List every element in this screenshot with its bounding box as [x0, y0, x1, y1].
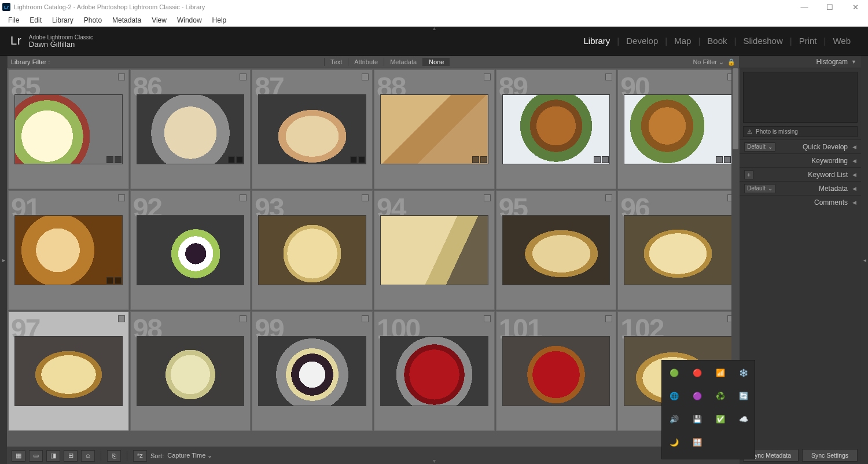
module-print[interactable]: Print [792, 36, 824, 46]
grid-cell[interactable]: 96 [617, 190, 738, 310]
sort-dropdown[interactable]: Capture Time ⌄ [167, 452, 212, 459]
people-view-button[interactable]: ☺ [81, 450, 95, 462]
histogram-panel-header[interactable]: Histogram▼ [740, 56, 861, 68]
thumbnail[interactable] [624, 94, 732, 164]
flag-icon[interactable] [118, 315, 125, 322]
painter-tool-button[interactable]: ⎘ [107, 450, 121, 462]
grid-cell[interactable]: 87 [252, 69, 373, 189]
tray-icon[interactable]: ❄️ [737, 366, 750, 379]
thumbnail[interactable] [14, 336, 123, 406]
grid-cell[interactable]: 99 [252, 311, 373, 431]
tray-icon[interactable]: ♻️ [714, 389, 727, 402]
grid-cell[interactable]: 101 [496, 311, 617, 431]
menu-library[interactable]: Library [47, 15, 78, 25]
thumbnail-badge[interactable] [472, 156, 479, 163]
grid-cell[interactable]: 93 [252, 190, 373, 310]
keywording-panel-header[interactable]: Keywording◀ [740, 153, 861, 167]
grid-cell[interactable]: 97 [8, 311, 129, 431]
thumbnail-badge[interactable] [724, 156, 731, 163]
thumbnail-badge[interactable] [716, 156, 723, 163]
filter-option-none[interactable]: None [422, 58, 450, 66]
menu-file[interactable]: File [3, 15, 24, 25]
system-tray-flyout[interactable]: 🟢🔴📶❄️🌐🟣♻️🔄🔊💾✅☁️🌙🪟 [661, 360, 755, 459]
flag-icon[interactable] [605, 315, 612, 322]
thumbnail[interactable] [137, 94, 245, 164]
grid-cell[interactable]: 100 [374, 311, 495, 431]
thumbnail-badge[interactable] [106, 277, 113, 284]
thumbnail[interactable] [624, 215, 732, 285]
tray-icon[interactable]: 🌙 [668, 436, 681, 448]
flag-icon[interactable] [118, 194, 125, 201]
flag-icon[interactable] [118, 73, 125, 80]
filter-option-attribute[interactable]: Attribute [348, 58, 384, 66]
tray-icon[interactable]: 🪟 [691, 436, 704, 448]
thumbnail[interactable] [258, 336, 366, 406]
grid-cell[interactable]: 85 [8, 69, 129, 189]
filter-lock-icon[interactable]: 🔒 [727, 58, 735, 66]
grid-view-button[interactable]: ▦ [12, 450, 25, 462]
thumbnail[interactable] [380, 94, 488, 164]
menu-metadata[interactable]: Metadata [108, 15, 146, 25]
module-slideshow[interactable]: Slideshow [736, 36, 789, 46]
thumbnail[interactable] [502, 94, 610, 164]
sync-settings-button[interactable]: Sync Settings [802, 449, 858, 462]
flag-icon[interactable] [240, 73, 247, 80]
keyword-list-panel-header[interactable]: + Keyword List◀ [740, 167, 861, 181]
thumbnail[interactable] [502, 215, 610, 285]
thumbnail[interactable] [14, 215, 123, 285]
grid-cell[interactable]: 89 [496, 69, 617, 189]
module-book[interactable]: Book [700, 36, 734, 46]
tray-icon[interactable]: 🔴 [691, 366, 704, 379]
thumbnail[interactable] [502, 336, 610, 406]
thumbnail-badge[interactable] [236, 156, 243, 163]
tray-icon[interactable]: 🔊 [668, 413, 681, 425]
flag-icon[interactable] [362, 194, 369, 201]
menu-window[interactable]: Window [172, 15, 207, 25]
module-library[interactable]: Library [576, 36, 617, 46]
thumbnail[interactable] [14, 94, 123, 164]
tray-icon[interactable]: 🔄 [737, 389, 750, 402]
window-maximize-button[interactable]: ☐ [817, 0, 843, 14]
flag-icon[interactable] [484, 315, 491, 322]
thumbnail-badge[interactable] [602, 156, 609, 163]
tray-icon[interactable]: ✅ [714, 413, 727, 425]
menu-edit[interactable]: Edit [25, 15, 46, 25]
flag-icon[interactable] [240, 315, 247, 322]
grid-cell[interactable]: 86 [130, 69, 251, 189]
add-keyword-button[interactable]: + [744, 170, 753, 179]
thumbnail[interactable] [258, 215, 366, 285]
flag-icon[interactable] [362, 73, 369, 80]
grid-view[interactable]: 858687888990919293949596979899100101102 [7, 68, 740, 447]
comments-panel-header[interactable]: Comments◀ [740, 195, 861, 209]
thumbnail-badge[interactable] [350, 156, 357, 163]
flag-icon[interactable] [240, 194, 247, 201]
tray-icon[interactable]: 🌐 [668, 389, 681, 402]
metadata-preset-dropdown[interactable]: Default ⌄ [744, 184, 775, 193]
module-develop[interactable]: Develop [619, 36, 665, 46]
grid-cell[interactable]: 98 [130, 311, 251, 431]
grid-cell[interactable]: 92 [130, 190, 251, 310]
module-web[interactable]: Web [826, 36, 858, 46]
flag-icon[interactable] [605, 73, 612, 80]
thumbnail-badge[interactable] [358, 156, 365, 163]
top-panel-collapse-handle[interactable]: ▴ [433, 25, 436, 31]
grid-cell[interactable]: 88 [374, 69, 495, 189]
tray-icon[interactable]: ☁️ [737, 413, 750, 425]
filter-option-text[interactable]: Text [324, 58, 348, 66]
thumbnail-badge[interactable] [106, 156, 113, 163]
grid-cell[interactable]: 91 [8, 190, 129, 310]
thumbnail-badge[interactable] [115, 277, 122, 284]
menu-help[interactable]: Help [208, 15, 231, 25]
filter-preset-dropdown[interactable]: No Filter ⌄ [693, 58, 724, 66]
thumbnail[interactable] [380, 336, 488, 406]
thumbnail[interactable] [380, 215, 488, 285]
filter-option-metadata[interactable]: Metadata [384, 58, 422, 66]
module-map[interactable]: Map [667, 36, 698, 46]
tray-icon[interactable]: 📶 [714, 366, 727, 379]
flag-icon[interactable] [484, 73, 491, 80]
survey-view-button[interactable]: ⊞ [64, 450, 78, 462]
menu-photo[interactable]: Photo [79, 15, 106, 25]
filmstrip-expand-handle[interactable]: ▾ [433, 458, 436, 464]
quick-develop-panel-header[interactable]: Default ⌄ Quick Develop◀ [740, 139, 861, 153]
menu-view[interactable]: View [147, 15, 171, 25]
